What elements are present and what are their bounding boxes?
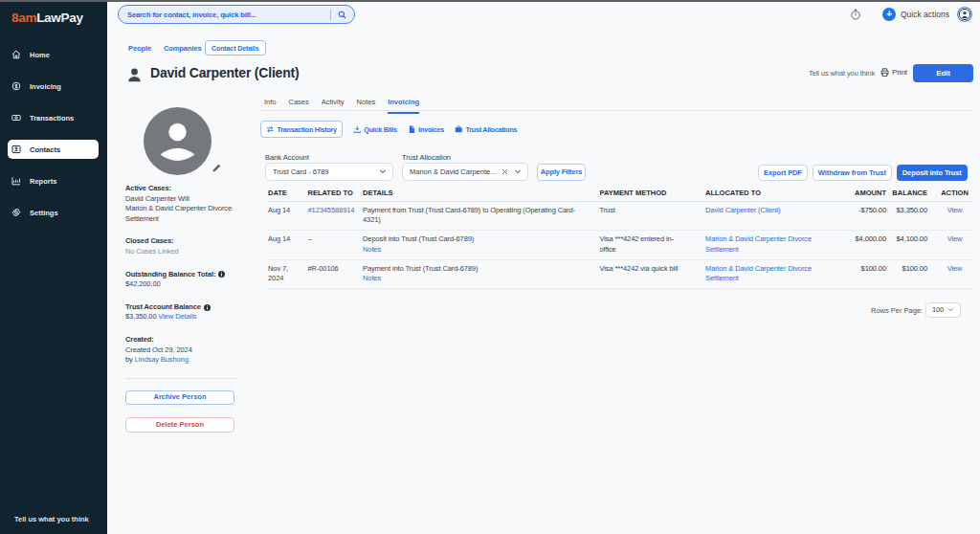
allocated-link[interactable]: Marion & David Carpenter Divorce Settlem…	[705, 264, 812, 283]
bank-account-label: Bank Account	[265, 153, 309, 162]
document-icon	[408, 125, 416, 134]
window-top-strip	[0, 0, 980, 2]
bank-account-value: Trust Card - 6789	[273, 167, 379, 176]
notes-link[interactable]: Notes	[363, 274, 381, 282]
sidebar-feedback-link[interactable]: Tell us what you think	[14, 515, 89, 523]
feedback-link[interactable]: Tell us what you think	[809, 69, 875, 78]
search-icon[interactable]	[338, 11, 346, 19]
sidebar-item-reports[interactable]: Reports	[0, 166, 107, 197]
cell-related: #R-00106	[308, 264, 364, 275]
sidebar-item-invoicing[interactable]: Invoicing	[0, 71, 107, 102]
created-block: Created: Created Oct 29, 2024 by Lindsay…	[125, 335, 241, 366]
closed-cases-value: No Cases Linked	[125, 247, 241, 257]
export-pdf-button[interactable]: Export PDF	[758, 165, 808, 181]
page-title: David Carpenter (Client)	[150, 65, 299, 80]
col-related-to: RELATED TO	[308, 189, 364, 197]
chevron-down-icon	[947, 306, 954, 313]
subnav-transaction-history[interactable]: Transaction History	[260, 121, 343, 138]
search-placeholder: Search for contact, invoice, quick bill.…	[127, 11, 330, 19]
contacts-icon	[11, 145, 21, 154]
apply-filters-button[interactable]: Apply Filters	[537, 164, 586, 181]
transfer-icon	[266, 125, 275, 134]
col-payment-method: PAYMENT METHOD	[600, 189, 706, 197]
subnav-invoices[interactable]: Invoices	[408, 125, 444, 134]
user-avatar-icon[interactable]	[957, 7, 972, 22]
reports-icon	[11, 176, 21, 186]
info-icon[interactable]	[204, 304, 211, 311]
active-case-link[interactable]: Marion & David Carpenter Divorce Settlem…	[125, 204, 241, 224]
plus-icon: +	[882, 8, 896, 21]
cell-payment-method: Visa ***4242 via quick bill	[600, 264, 706, 275]
withdraw-from-trust-button[interactable]: Withdraw from Trust	[813, 165, 892, 181]
info-icon[interactable]	[218, 271, 225, 278]
sidebar-item-home[interactable]: Home	[0, 39, 107, 71]
view-link[interactable]: View	[947, 206, 963, 214]
trust-allocation-select[interactable]: Marion & David Carpente...	[402, 163, 528, 181]
logo-8am: 8am	[11, 11, 36, 25]
breadcrumb-contact-details[interactable]: Contact Details	[205, 40, 266, 56]
cell-amount: $4,000.00	[828, 234, 886, 245]
trust-balance-label: Trust Account Balance	[125, 302, 241, 313]
outstanding-balance-label: Outstanding Balance Total:	[125, 270, 241, 280]
view-link[interactable]: View	[947, 234, 963, 243]
cell-balance: $100.00	[886, 264, 927, 275]
app-logo[interactable]: 8amLawPay	[11, 11, 83, 25]
profile-divider	[125, 378, 236, 379]
bank-account-select[interactable]: Trust Card - 6789	[265, 163, 393, 181]
deposit-into-trust-button[interactable]: Deposit into Trust	[897, 165, 968, 181]
notes-link[interactable]: Notes	[363, 245, 381, 254]
edit-button[interactable]: Edit	[913, 64, 973, 82]
clear-icon[interactable]	[501, 168, 508, 175]
closed-cases-label: Closed Cases:	[125, 236, 241, 247]
tab-notes[interactable]: Notes	[357, 98, 376, 114]
subnav-label: Invoices	[418, 125, 444, 134]
sidebar-item-label: Contacts	[30, 145, 60, 154]
cell-payment-method: Visa ***4242 entered in-office	[600, 234, 706, 255]
rows-per-page-select[interactable]: 100	[925, 302, 961, 318]
active-case-link[interactable]: David Carpenter Will	[125, 194, 241, 205]
global-search-input[interactable]: Search for contact, invoice, quick bill.…	[118, 5, 355, 24]
sidebar-item-settings[interactable]: Settings	[0, 197, 107, 229]
delete-person-button[interactable]: Delete Person	[125, 417, 234, 433]
sidebar-item-transactions[interactable]: Transactions	[0, 102, 107, 134]
tab-activity[interactable]: Activity	[322, 98, 345, 114]
timer-icon[interactable]	[850, 9, 861, 20]
sidebar-item-label: Home	[30, 51, 50, 59]
tab-invoicing[interactable]: Invoicing	[388, 98, 419, 114]
allocated-link[interactable]: Marion & David Carpenter Divorce Settlem…	[705, 234, 812, 254]
allocated-link[interactable]: David Carpenter (Client)	[705, 206, 780, 214]
active-cases-label: Active Cases:	[125, 184, 241, 194]
sidebar-item-contacts[interactable]: Contacts	[0, 134, 107, 166]
view-link[interactable]: View	[947, 264, 963, 273]
table-header-row: DATE RELATED TO DETAILS PAYMENT METHOD A…	[268, 185, 972, 202]
sidebar-item-label: Transactions	[30, 114, 74, 122]
created-by-link[interactable]: Lindsay Bushong	[135, 355, 189, 364]
related-link[interactable]: #12345588914	[308, 206, 355, 214]
quick-actions-button[interactable]: + Quick actions	[882, 8, 949, 21]
print-label: Print	[892, 68, 907, 77]
view-details-link[interactable]: View Details	[158, 312, 196, 321]
chevron-down-icon	[514, 167, 522, 175]
trust-balance-value: $3,350.00 View Details	[125, 312, 241, 323]
edit-avatar-icon[interactable]	[212, 163, 222, 173]
tab-strip: Info Cases Activity Notes Invoicing	[264, 98, 432, 114]
subnav-quick-bills[interactable]: Quick Bills	[353, 125, 397, 134]
subnav-trust-allocations[interactable]: Trust Allocations	[455, 125, 517, 134]
person-icon	[125, 66, 144, 84]
cell-amount: -$750.00	[828, 206, 886, 216]
archive-person-button[interactable]: Archive Person	[125, 390, 234, 406]
breadcrumb-companies[interactable]: Companies	[164, 44, 202, 53]
cell-related: --	[308, 234, 364, 245]
search-divider	[330, 10, 331, 20]
cell-date: Aug 14	[268, 206, 308, 216]
tab-cases[interactable]: Cases	[289, 98, 309, 114]
sidebar-item-label: Reports	[30, 177, 56, 186]
created-label: Created:	[125, 335, 241, 345]
closed-cases-block: Closed Cases: No Cases Linked	[125, 236, 241, 256]
breadcrumb-people[interactable]: People	[128, 44, 151, 53]
tab-info[interactable]: Info	[264, 98, 277, 114]
cell-balance: $3,350.00	[886, 206, 927, 216]
created-by: by Lindsay Bushong	[125, 355, 241, 366]
print-button[interactable]: Print	[880, 68, 907, 77]
subnav-label: Trust Allocations	[466, 125, 518, 134]
